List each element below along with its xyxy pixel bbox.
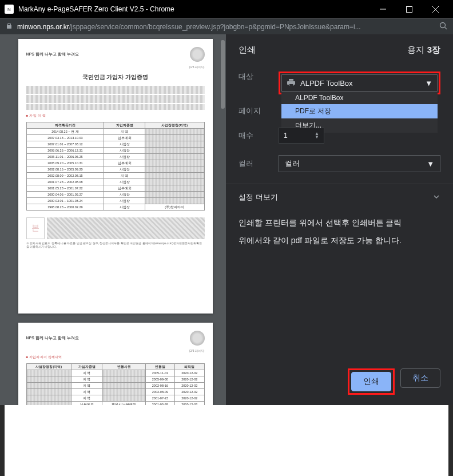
destination-select[interactable]: ALPDF ToolBox ▼ [281,74,438,92]
print-button[interactable]: 인쇄 [351,372,391,391]
spinner-icon[interactable]: ▲▼ [315,132,319,139]
chevron-down-icon [432,193,440,203]
more-settings-toggle[interactable]: 설정 더보기 [226,184,453,211]
print-preview-pane: NPS 함께 나누고 함께 누려요 (1/3 페이지) 국민연금 가입자 가입증… [0,34,226,405]
lock-icon [6,22,13,31]
url-text[interactable]: minwon.nps.or.kr/jsppage/service/common/… [17,23,435,31]
instruction-text: 인쇄할 프린터를 위에서 선택후 인쇄버튼 클릭 위에서와 같이 pdf 파일로… [226,211,453,253]
highlight-destination: ALPDF ToolBox ▼ ALPDF ToolBox PDF로 저장 더보… [279,72,440,94]
seal-icon [190,47,205,62]
preview-page-2: NPS 함께 나누고 함께 누려요 (2/3 페이지) ■ 가입자 자격 상세내… [18,323,213,405]
close-button[interactable] [422,0,448,18]
window-title: MarkAny e-PageSAFER Zero Client V2.5 - C… [18,5,369,13]
minimize-button[interactable] [369,0,396,18]
page-background [5,405,448,476]
svg-point-1 [440,23,446,28]
cancel-button[interactable]: 취소 [400,368,440,388]
highlight-print-button: 인쇄 [348,368,395,395]
preview-page-1: NPS 함께 나누고 함께 누려요 (1/3 페이지) 국민연금 가입자 가입증… [18,39,213,314]
nps-logo: NPS 함께 나누고 함께 누려요 [26,51,79,57]
address-bar: minwon.nps.or.kr/jsppage/service/common/… [0,18,453,34]
detail-table: 사업장명칭(지역) 가입자종별 변동사유 변동일 퇴직일 지 역2005-11-… [26,363,205,405]
app-favicon: N [5,5,14,14]
seal-icon [190,331,205,346]
document-title: 국민연금 가입자 가입증명 [26,73,205,81]
history-table: 자격취득기간 가입자종별 사업장명칭(지역) 2014.08.22 ~ 현 재지… [26,122,205,211]
print-settings-panel: 인쇄 용지 3장 대상 ALPDF ToolBox ▼ [226,34,453,405]
svg-rect-0 [406,6,412,12]
color-select[interactable]: 컬러 ▼ [279,155,440,172]
panel-title: 인쇄 [239,45,256,55]
caret-down-icon: ▼ [425,79,432,88]
window-titlebar: N MarkAny e-PageSAFER Zero Client V2.5 -… [0,0,453,18]
printer-icon [287,78,296,89]
watermark-char: 본 [26,217,45,239]
maximize-button[interactable] [396,0,422,18]
copies-input[interactable]: 1 ▲▼ [279,128,324,144]
zoom-icon[interactable] [439,22,447,31]
caret-down-icon: ▼ [427,160,434,168]
sheet-count: 용지 3장 [407,45,440,55]
preview-scrollbar[interactable] [221,40,225,109]
